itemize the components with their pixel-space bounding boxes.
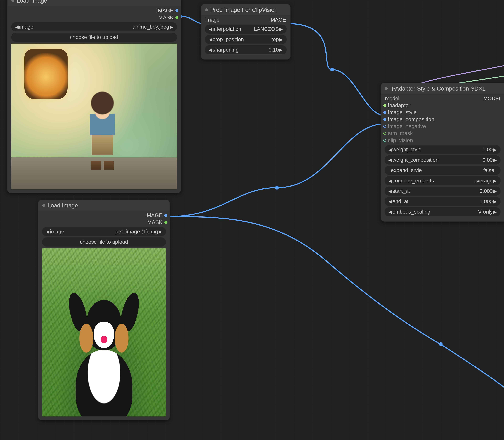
output-image[interactable]: IMAGE <box>269 17 288 23</box>
node-header[interactable]: IPAdapter Style & Composition SDXL <box>381 83 504 94</box>
socket-icon[interactable] <box>383 139 386 142</box>
image-preview[interactable] <box>11 43 177 189</box>
chevron-left-icon[interactable]: ◀ <box>208 27 213 32</box>
chevron-right-icon[interactable]: ▶ <box>493 178 497 183</box>
chevron-right-icon[interactable]: ▶ <box>493 189 497 194</box>
output-model[interactable]: MODEL <box>483 96 502 101</box>
image-preview[interactable] <box>42 248 166 416</box>
chevron-right-icon[interactable]: ▶ <box>279 37 283 42</box>
widget-sharpening[interactable]: ◀ sharpening 0.10 ▶ <box>205 45 287 54</box>
node-title: Load Image <box>17 0 47 4</box>
input-image-composition[interactable]: image_composition <box>381 116 504 123</box>
node-header[interactable]: Load Image <box>7 0 181 6</box>
collapse-dot-icon[interactable] <box>42 204 45 207</box>
node-ipadapter-style-composition[interactable]: IPAdapter Style & Composition SDXL model… <box>381 83 504 221</box>
chevron-left-icon[interactable]: ◀ <box>388 209 393 215</box>
collapse-dot-icon[interactable] <box>385 87 388 90</box>
input-image-style[interactable]: image_style <box>381 109 504 116</box>
widget-weight-style[interactable]: ◀ weight_style 1.00 ▶ <box>384 145 501 154</box>
chevron-left-icon[interactable]: ◀ <box>45 229 50 234</box>
anime-illustration <box>11 43 177 189</box>
chevron-right-icon[interactable]: ▶ <box>279 47 283 53</box>
widget-image-select[interactable]: ◀ image pet_image (1).png ▶ <box>42 227 166 236</box>
dog-photo <box>42 248 166 416</box>
widget-embeds-scaling[interactable]: ◀ embeds_scaling V only ▶ <box>384 207 501 216</box>
socket-icon[interactable] <box>383 118 386 121</box>
upload-button[interactable]: choose file to upload <box>11 33 177 42</box>
output-mask[interactable]: MASK <box>38 219 170 226</box>
chevron-left-icon[interactable]: ◀ <box>388 178 393 183</box>
chevron-right-icon[interactable]: ▶ <box>158 229 163 234</box>
node-header[interactable]: Load Image <box>38 200 170 211</box>
upload-button[interactable]: choose file to upload <box>42 237 166 247</box>
input-model[interactable]: model <box>383 96 399 101</box>
widget-image-select[interactable]: ◀ image anime_boy.jpeg ▶ <box>11 22 177 31</box>
widget-combine-embeds[interactable]: ◀ combine_embeds average ▶ <box>384 176 501 185</box>
output-mask[interactable]: MASK <box>7 14 181 21</box>
socket-icon[interactable] <box>164 214 167 217</box>
chevron-right-icon[interactable]: ▶ <box>493 199 497 204</box>
node-title: IPAdapter Style & Composition SDXL <box>390 85 486 92</box>
input-ipadapter[interactable]: ipadapter <box>381 102 504 109</box>
widget-end-at[interactable]: ◀ end_at 1.000 ▶ <box>384 197 501 206</box>
chevron-left-icon[interactable]: ◀ <box>388 189 393 194</box>
chevron-right-icon[interactable]: ▶ <box>169 24 174 29</box>
output-image[interactable]: IMAGE <box>38 212 170 219</box>
chevron-right-icon[interactable]: ▶ <box>279 27 283 32</box>
socket-icon[interactable] <box>383 125 386 128</box>
widget-weight-composition[interactable]: ◀ weight_composition 0.00 ▶ <box>384 155 501 165</box>
input-image[interactable]: image <box>204 17 219 23</box>
chevron-left-icon[interactable]: ◀ <box>208 37 213 42</box>
chevron-left-icon[interactable]: ◀ <box>388 147 393 152</box>
node-header[interactable]: Prep Image For ClipVision <box>201 4 290 15</box>
chevron-left-icon[interactable]: ◀ <box>14 24 19 29</box>
input-clip-vision[interactable]: clip_vision <box>381 137 504 144</box>
node-load-image-2[interactable]: Load Image IMAGE MASK ◀ image pet_image … <box>38 200 170 420</box>
widget-crop-position[interactable]: ◀ crop_position top ▶ <box>205 35 287 44</box>
collapse-dot-icon[interactable] <box>205 8 208 11</box>
chevron-left-icon[interactable]: ◀ <box>388 199 393 204</box>
chevron-right-icon[interactable]: ▶ <box>493 147 497 152</box>
chevron-left-icon[interactable]: ◀ <box>388 157 393 163</box>
socket-icon[interactable] <box>383 104 386 107</box>
output-image[interactable]: IMAGE <box>7 7 181 14</box>
widget-start-at[interactable]: ◀ start_at 0.000 ▶ <box>384 187 501 196</box>
socket-icon[interactable] <box>383 132 386 135</box>
input-image-negative[interactable]: image_negative <box>381 123 504 130</box>
socket-icon[interactable] <box>164 221 167 224</box>
collapse-dot-icon[interactable] <box>12 0 14 2</box>
widget-expand-style[interactable]: expand_style false <box>384 166 501 175</box>
socket-icon[interactable] <box>176 9 178 12</box>
chevron-left-icon[interactable]: ◀ <box>208 47 213 53</box>
node-title: Prep Image For ClipVision <box>210 7 278 13</box>
socket-icon[interactable] <box>383 111 386 114</box>
node-title: Load Image <box>48 202 78 209</box>
widget-interpolation[interactable]: ◀ interpolation LANCZOS ▶ <box>205 25 287 34</box>
chevron-right-icon[interactable]: ▶ <box>493 157 497 163</box>
input-attn-mask[interactable]: attn_mask <box>381 130 504 137</box>
node-load-image-1[interactable]: Load Image IMAGE MASK ◀ image anime_boy.… <box>7 0 181 193</box>
socket-icon[interactable] <box>176 16 178 19</box>
chevron-right-icon[interactable]: ▶ <box>493 209 497 215</box>
node-prep-image-clipvision[interactable]: Prep Image For ClipVision image IMAGE ◀ … <box>201 4 291 60</box>
